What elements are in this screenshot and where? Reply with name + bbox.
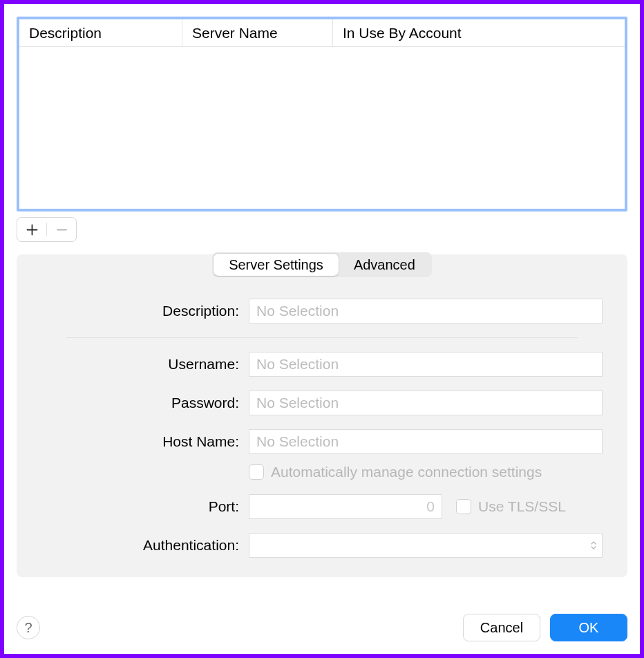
tab-segmented-control: Server Settings Advanced	[212, 252, 432, 277]
label-description: Description:	[41, 303, 249, 319]
form-divider	[66, 337, 578, 338]
auto-manage-checkbox[interactable]	[249, 464, 264, 480]
col-header-description[interactable]: Description	[19, 19, 182, 47]
password-field[interactable]	[249, 391, 603, 415]
col-header-in-use[interactable]: In Use By Account	[333, 19, 625, 47]
use-tls-checkbox-label[interactable]: Use TLS/SSL	[456, 498, 566, 515]
label-host-name: Host Name:	[41, 433, 249, 450]
minus-icon	[56, 224, 68, 236]
tab-advanced[interactable]: Advanced	[339, 254, 430, 276]
description-field[interactable]	[249, 299, 603, 323]
remove-button[interactable]	[47, 218, 76, 241]
window-frame: Description Server Name In Use By Accoun…	[0, 0, 644, 658]
help-button[interactable]: ?	[17, 616, 40, 639]
list-edit-buttons	[17, 217, 77, 242]
label-authentication: Authentication:	[41, 537, 249, 554]
add-button[interactable]	[17, 218, 46, 241]
label-port: Port:	[41, 498, 249, 515]
auto-manage-checkbox-label[interactable]: Automatically manage connection settings	[249, 464, 603, 480]
ok-button[interactable]: OK	[550, 614, 627, 641]
server-list-table[interactable]: Description Server Name In Use By Accoun…	[17, 17, 627, 212]
help-icon: ?	[24, 620, 32, 636]
auto-manage-text: Automatically manage connection settings	[271, 464, 542, 480]
port-field[interactable]	[249, 494, 442, 519]
use-tls-checkbox[interactable]	[456, 499, 471, 514]
authentication-select[interactable]	[249, 533, 603, 558]
settings-panel: Server Settings Advanced Description: Us…	[17, 254, 627, 577]
host-name-field[interactable]	[249, 429, 603, 454]
col-header-server-name[interactable]: Server Name	[182, 19, 333, 47]
server-settings-form: Description: Username: Password: Hos	[17, 279, 627, 558]
tab-server-settings[interactable]: Server Settings	[214, 254, 339, 276]
use-tls-text: Use TLS/SSL	[478, 498, 566, 515]
table-body-empty	[19, 47, 625, 209]
label-password: Password:	[41, 395, 249, 411]
dialog-footer: ? Cancel OK	[17, 614, 627, 641]
username-field[interactable]	[249, 352, 603, 377]
cancel-button[interactable]: Cancel	[463, 614, 540, 641]
label-username: Username:	[41, 356, 249, 373]
table-header: Description Server Name In Use By Accoun…	[19, 19, 625, 47]
plus-icon	[26, 224, 38, 236]
